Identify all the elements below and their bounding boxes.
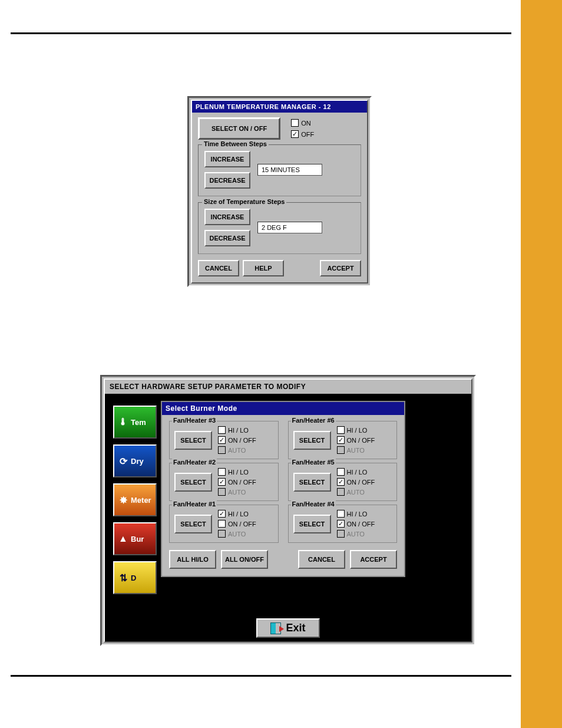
all-hilo-button[interactable]: ALL HI/LO xyxy=(169,550,216,569)
burner-mode-titlebar: Select Burner Mode xyxy=(162,402,404,415)
hilo-checkbox[interactable] xyxy=(218,426,226,434)
auto-option: AUTO xyxy=(218,530,256,538)
auto-checkbox xyxy=(337,488,345,496)
time-decrease-button[interactable]: DECREASE xyxy=(204,172,250,189)
select-onoff-button[interactable]: SELECT ON / OFF xyxy=(198,117,280,140)
hilo-label: HI / LO xyxy=(228,510,249,518)
burner-accept-button[interactable]: ACCEPT xyxy=(350,550,397,569)
fan-heater-group: Fan/Heater #4SELECTHI / LO✓ON / OFFAUTO xyxy=(288,505,398,543)
page-accent-bar xyxy=(521,0,562,728)
on-checkbox[interactable] xyxy=(291,119,299,127)
onoff-label: ON / OFF xyxy=(228,521,256,528)
size-increase-button[interactable]: INCREASE xyxy=(204,209,250,225)
off-label: OFF xyxy=(301,131,314,138)
hilo-option[interactable]: HI / LO xyxy=(218,468,256,476)
onoff-option[interactable]: ✓ON / OFF xyxy=(218,436,256,444)
auto-label: AUTO xyxy=(228,531,246,538)
exit-label: Exit xyxy=(286,622,305,634)
fan-heater-legend: Fan/Heater #5 xyxy=(291,459,336,466)
sidebar-label: Meter xyxy=(131,496,151,505)
fan-heater-group: Fan/Heater #2SELECTHI / LO✓ON / OFFAUTO xyxy=(169,463,279,501)
size-decrease-button[interactable]: DECREASE xyxy=(204,230,250,246)
onoff-option[interactable]: ✓ON / OFF xyxy=(218,478,256,486)
onoff-option[interactable]: ✓ON / OFF xyxy=(337,436,375,444)
hilo-option[interactable]: HI / LO xyxy=(337,426,375,434)
sidebar-burner-button[interactable]: ▲ Bur xyxy=(113,522,157,555)
exit-button[interactable]: Exit xyxy=(256,618,319,638)
fan-heater-legend: Fan/Heater #1 xyxy=(172,500,217,508)
hilo-checkbox[interactable] xyxy=(337,468,345,476)
gear-icon: ✸ xyxy=(118,491,128,509)
onoff-label: ON / OFF xyxy=(228,479,256,486)
fan-heater-select-button[interactable]: SELECT xyxy=(293,431,331,450)
all-onoff-button[interactable]: ALL ON/OFF xyxy=(221,550,268,569)
hilo-checkbox[interactable] xyxy=(337,510,345,518)
fan-heater-legend: Fan/Heater #3 xyxy=(172,417,217,424)
auto-option: AUTO xyxy=(218,446,256,454)
hilo-label: HI / LO xyxy=(347,469,368,476)
auto-label: AUTO xyxy=(347,489,365,496)
hardware-sidebar: 🌡 Tem ⟳ Dry ✸ Meter ▲ Bur ⇅ D xyxy=(113,406,157,594)
fan-heater-group: Fan/Heater #5SELECTHI / LO✓ON / OFFAUTO xyxy=(288,463,398,501)
onoff-label: ON / OFF xyxy=(347,479,375,486)
fan-heater-legend: Fan/Heater #4 xyxy=(291,500,336,508)
onoff-option[interactable]: ON / OFF xyxy=(218,520,256,528)
time-increase-button[interactable]: INCREASE xyxy=(204,151,250,167)
hilo-option[interactable]: HI / LO xyxy=(337,510,375,518)
fan-heater-select-button[interactable]: SELECT xyxy=(293,515,331,533)
off-checkbox-row[interactable]: ✓ OFF xyxy=(291,130,314,138)
hardware-setup-window: SELECT HARDWARE SETUP PARAMETER TO MODIF… xyxy=(100,375,476,646)
time-legend: Time Between Steps xyxy=(202,140,269,147)
fan-heater-legend: Fan/Heater #6 xyxy=(291,417,336,424)
hilo-label: HI / LO xyxy=(228,427,249,434)
burner-cancel-button[interactable]: CANCEL xyxy=(298,550,345,569)
auto-label: AUTO xyxy=(347,531,365,538)
plenum-help-button[interactable]: HELP xyxy=(243,260,284,276)
fan-heater-group: Fan/Heater #1SELECT✓HI / LOON / OFFAUTO xyxy=(169,505,279,543)
sidebar-dry-button[interactable]: ⟳ Dry xyxy=(113,444,157,477)
hilo-checkbox[interactable] xyxy=(337,426,345,434)
size-of-temp-steps-group: Size of Temperature Steps INCREASE DECRE… xyxy=(198,202,361,254)
onoff-checkbox[interactable]: ✓ xyxy=(337,478,345,486)
fan-heater-group: Fan/Heater #3SELECTHI / LO✓ON / OFFAUTO xyxy=(169,421,279,459)
hilo-checkbox[interactable]: ✓ xyxy=(218,510,226,518)
fan-heater-select-button[interactable]: SELECT xyxy=(293,473,331,492)
size-legend: Size of Temperature Steps xyxy=(202,198,286,205)
auto-label: AUTO xyxy=(347,447,365,454)
hilo-option[interactable]: HI / LO xyxy=(337,468,375,476)
plenum-titlebar: PLENUM TEMPERATURE MANAGER - 12 xyxy=(192,101,367,113)
onoff-option[interactable]: ✓ON / OFF xyxy=(337,520,375,528)
onoff-checkbox[interactable]: ✓ xyxy=(218,478,226,486)
on-label: ON xyxy=(301,120,311,127)
sidebar-discharge-button[interactable]: ⇅ D xyxy=(113,561,157,594)
fan-heater-select-button[interactable]: SELECT xyxy=(174,473,212,492)
hilo-option[interactable]: HI / LO xyxy=(218,426,256,434)
sidebar-temperatures-button[interactable]: 🌡 Tem xyxy=(113,406,157,439)
onoff-checkbox[interactable]: ✓ xyxy=(337,436,345,444)
off-checkbox[interactable]: ✓ xyxy=(291,130,299,138)
hilo-checkbox[interactable] xyxy=(218,468,226,476)
onoff-checkbox[interactable]: ✓ xyxy=(218,436,226,444)
plenum-temp-manager-window: PLENUM TEMPERATURE MANAGER - 12 SELECT O… xyxy=(187,96,372,287)
on-checkbox-row[interactable]: ON xyxy=(291,119,314,127)
plenum-accept-button[interactable]: ACCEPT xyxy=(320,260,361,276)
fan-heater-select-button[interactable]: SELECT xyxy=(174,515,212,533)
fan-heater-group: Fan/Heater #6SELECTHI / LO✓ON / OFFAUTO xyxy=(288,421,398,459)
onoff-checkbox[interactable] xyxy=(218,520,226,528)
auto-option: AUTO xyxy=(337,488,375,496)
plenum-cancel-button[interactable]: CANCEL xyxy=(198,260,239,276)
onoff-label: ON / OFF xyxy=(347,521,375,528)
onoff-checkbox[interactable]: ✓ xyxy=(337,520,345,528)
time-value-field: 15 MINUTES xyxy=(257,164,322,176)
select-burner-mode-dialog: Select Burner Mode Fan/Heater #3SELECTHI… xyxy=(161,401,405,577)
divider-top xyxy=(11,32,511,34)
sidebar-meter-button[interactable]: ✸ Meter xyxy=(113,483,157,516)
hilo-label: HI / LO xyxy=(228,469,249,476)
auto-option: AUTO xyxy=(337,530,375,538)
fan-heater-select-button[interactable]: SELECT xyxy=(174,431,212,450)
hilo-option[interactable]: ✓HI / LO xyxy=(218,510,256,518)
onoff-option[interactable]: ✓ON / OFF xyxy=(337,478,375,486)
hardware-setup-title: SELECT HARDWARE SETUP PARAMETER TO MODIF… xyxy=(105,380,471,394)
hilo-label: HI / LO xyxy=(347,427,368,434)
time-between-steps-group: Time Between Steps INCREASE DECREASE 15 … xyxy=(198,144,361,196)
